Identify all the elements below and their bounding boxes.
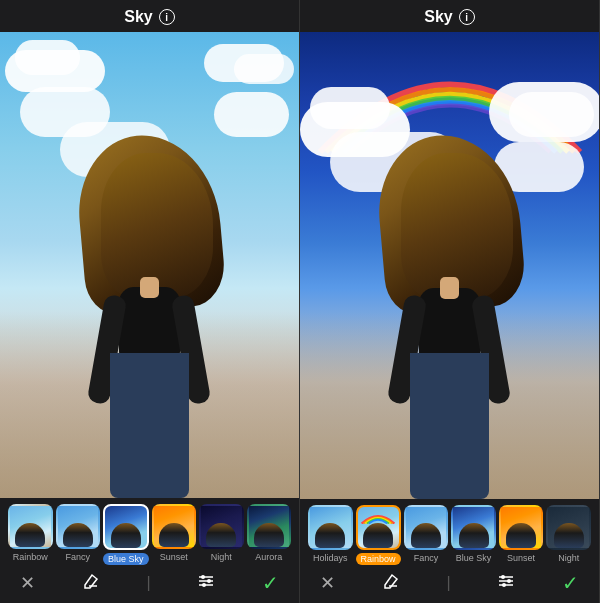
svg-point-4 (507, 579, 511, 583)
right-thumb-night[interactable]: Night (546, 505, 591, 565)
right-thumb-label-night: Night (558, 553, 579, 563)
left-thumb-bluesky[interactable]: Blue Sky (103, 504, 149, 565)
right-thumb-label-fancy: Fancy (414, 553, 439, 563)
right-divider: | (446, 574, 450, 592)
left-thumb-aurora[interactable]: Aurora (247, 504, 292, 565)
left-thumb-fancy[interactable]: Fancy (56, 504, 101, 565)
left-thumbnails-row: Rainbow Fancy Blue Sky Sun (4, 504, 295, 565)
left-thumb-rainbow[interactable]: Rainbow (8, 504, 53, 565)
right-thumb-label-rainbow: Rainbow (356, 553, 401, 565)
left-thumb-img-rainbow[interactable] (8, 504, 53, 549)
left-close-button[interactable]: ✕ (20, 572, 35, 594)
left-thumb-label-sunset: Sunset (160, 552, 188, 562)
left-thumb-label-rainbow: Rainbow (13, 552, 48, 562)
right-adjust-icon[interactable] (497, 572, 515, 594)
left-divider: | (146, 574, 150, 592)
svg-point-1 (207, 579, 211, 583)
left-thumb-night[interactable]: Night (199, 504, 244, 565)
right-thumb-label-bluesky: Blue Sky (456, 553, 492, 563)
right-title: Sky (424, 8, 452, 26)
right-thumb-bluesky[interactable]: Blue Sky (451, 505, 496, 565)
svg-point-3 (501, 575, 505, 579)
right-info-icon[interactable]: i (459, 9, 475, 25)
right-thumb-label-holidays: Holidays (313, 553, 348, 563)
left-adjust-icon[interactable] (197, 572, 215, 594)
left-info-icon[interactable]: i (159, 9, 175, 25)
right-eraser-icon[interactable] (382, 572, 400, 594)
left-title: Sky (124, 8, 152, 26)
left-toolbar: ✕ | ✓ (4, 565, 295, 603)
left-thumb-label-aurora: Aurora (255, 552, 282, 562)
right-thumb-img-bluesky[interactable] (451, 505, 496, 550)
left-thumb-label-bluesky: Blue Sky (103, 553, 149, 565)
right-thumb-img-holidays[interactable] (308, 505, 353, 550)
svg-point-5 (502, 583, 506, 587)
left-thumb-img-aurora[interactable] (247, 504, 292, 549)
right-bottom-bar: Holidays Rainbow (300, 499, 599, 603)
right-photo-area (300, 32, 599, 499)
right-thumb-sunset[interactable]: Sunset (499, 505, 544, 565)
right-thumb-rainbow[interactable]: Rainbow (356, 505, 401, 565)
right-check-button[interactable]: ✓ (562, 571, 579, 595)
right-thumb-holidays[interactable]: Holidays (308, 505, 353, 565)
left-thumb-img-bluesky[interactable] (103, 504, 149, 550)
left-thumb-img-night[interactable] (199, 504, 244, 549)
right-thumb-img-night[interactable] (546, 505, 591, 550)
left-thumb-label-fancy: Fancy (65, 552, 90, 562)
left-panel: Sky i (0, 0, 300, 603)
right-thumb-img-fancy[interactable] (404, 505, 449, 550)
left-check-button[interactable]: ✓ (262, 571, 279, 595)
right-thumbnails-row: Holidays Rainbow (304, 505, 595, 565)
left-thumb-sunset[interactable]: Sunset (152, 504, 197, 565)
left-header: Sky i (0, 0, 299, 32)
left-thumb-img-fancy[interactable] (56, 504, 101, 549)
left-thumb-img-sunset[interactable] (152, 504, 197, 549)
svg-point-0 (201, 575, 205, 579)
right-thumb-label-sunset: Sunset (507, 553, 535, 563)
left-thumb-label-night: Night (211, 552, 232, 562)
left-bottom-bar: Rainbow Fancy Blue Sky Sun (0, 498, 299, 603)
left-photo-area (0, 32, 299, 498)
left-eraser-icon[interactable] (82, 572, 100, 594)
right-thumb-img-sunset[interactable] (499, 505, 544, 550)
right-panel: Sky i (300, 0, 600, 603)
right-header: Sky i (300, 0, 599, 32)
right-thumb-fancy[interactable]: Fancy (404, 505, 449, 565)
right-close-button[interactable]: ✕ (320, 572, 335, 594)
right-toolbar: ✕ | ✓ (304, 565, 595, 603)
svg-point-2 (202, 583, 206, 587)
right-thumb-img-rainbow[interactable] (356, 505, 401, 550)
